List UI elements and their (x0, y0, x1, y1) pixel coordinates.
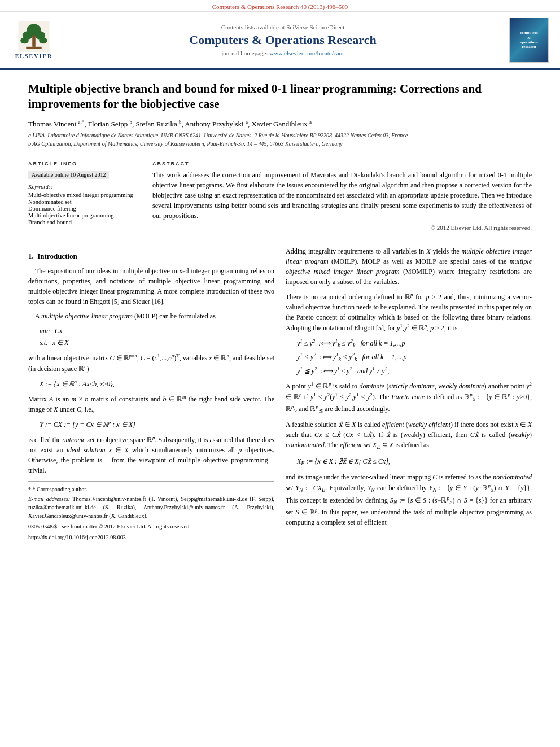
formula-relations: y1 ≤ y2 :⟺ y1k ≤ y2k for all k = 1,...,p… (297, 338, 532, 376)
affiliation-a: a LINA–Laboratoire d'Informatique de Nan… (28, 132, 532, 138)
keyword-2: Nondominated set (28, 199, 141, 205)
keyword-5: Branch and bound (28, 219, 141, 225)
keyword-1: Multi-objective mixed integer programmin… (28, 192, 141, 198)
journal-header: ELSEVIER Contents lists available at Sci… (0, 12, 560, 70)
keywords-list: Multi-objective mixed integer programmin… (28, 192, 141, 225)
journal-thumbnail: computers&operationsresearch (509, 18, 549, 63)
keywords-label: Keywords: (28, 184, 141, 190)
right-para-4: A feasible solution x̂ ∈ X is called eff… (286, 420, 532, 451)
left-para-4: Matrix A is an m × n matrix of constrain… (28, 394, 274, 414)
info-abstract-section: ARTICLE INFO Available online 10 August … (28, 161, 532, 231)
right-para-2: There is no canonical ordering defined i… (286, 291, 532, 333)
elsevier-brand-text: ELSEVIER (15, 53, 53, 59)
formula-X-line: X := {x ∈ ℝn : Ax≤b, x≥0}, (40, 378, 274, 389)
copyright-line: © 2012 Elsevier Ltd. All rights reserved… (152, 224, 532, 231)
abstract-text: This work addresses the correction and i… (152, 170, 532, 221)
svg-rect-7 (26, 47, 42, 49)
left-para-2: A multiple objective linear program (MOL… (28, 311, 274, 321)
formula-min: min Cx s.t. x ∈ X (40, 326, 274, 348)
elsevier-logo: ELSEVIER (11, 21, 56, 59)
formula-Y-def: Y := CX := {y = Cx ∈ ℝp : x ∈ X} (40, 419, 274, 430)
formula-rel-3: y1 ≦ y2 :⟺ y1 ≤ y2 and y1 ≠ y2, (297, 365, 532, 376)
sciverse-line: Contents lists available at SciVerse Sci… (56, 24, 509, 30)
formula-st-line: s.t. x ∈ X (40, 338, 274, 348)
formula-rel-2: y1 < y2 :⟺ y1k < y2k for all k = 1,...,p (297, 351, 532, 363)
doi-line: http://dx.doi.org/10.1016/j.cor.2012.08.… (28, 533, 274, 541)
right-para-3: A point y1 ∈ ℝp is said to dominate (str… (286, 381, 532, 416)
svg-rect-6 (32, 36, 36, 47)
elsevier-tree-icon (17, 21, 51, 52)
svg-point-4 (20, 37, 29, 43)
formula-Y-line: Y := CX := {y = Cx ∈ ℝp : x ∈ X} (40, 419, 274, 430)
article-info-label: ARTICLE INFO (28, 161, 141, 167)
main-content: Multiple objective branch and bound for … (0, 70, 560, 553)
svg-point-5 (39, 37, 47, 43)
authors-text: Thomas Vincent a,*, Florian Seipp b, Ste… (28, 120, 312, 128)
keyword-3: Dominance filtering (28, 206, 141, 212)
homepage-link[interactable]: www.elsevier.com/locate/caor (269, 50, 344, 56)
left-para-5: is called the outcome set in objective s… (28, 434, 274, 475)
section-title: Introduction (37, 252, 77, 260)
affiliation-b: b AG Optimization, Department of Mathema… (28, 141, 532, 147)
formula-rel-1: y1 ≤ y2 :⟺ y1k ≤ y2k for all k = 1,...,p (297, 338, 532, 350)
sciverse-text: Contents lists available at SciVerse Sci… (221, 24, 344, 30)
homepage-label: journal homepage: (221, 50, 268, 56)
journal-title-section: Contents lists available at SciVerse Sci… (56, 24, 509, 56)
left-para-3: with a linear objective matrix C ∈ ℝp×n,… (28, 352, 274, 374)
right-para-5: and its image under the vector-valued li… (286, 472, 532, 527)
footnote-corresponding-text: * Corresponding author. (33, 486, 88, 492)
divider-2 (28, 239, 532, 239)
footnote-corresponding: * * Corresponding author. (28, 485, 274, 493)
available-date: Available online 10 August 2012 (28, 171, 109, 179)
section-number: 1. (28, 252, 34, 260)
body-two-col: 1. Introduction The exposition of our id… (28, 246, 532, 542)
footnotes: * * Corresponding author. E-mail address… (28, 481, 274, 541)
divider-1 (28, 154, 532, 154)
left-para-1: The exposition of our ideas in multiple … (28, 266, 274, 307)
journal-ref-text: Computers & Operations Research 40 (2013… (212, 3, 348, 10)
formula-X-def: X := {x ∈ ℝn : Ax≤b, x≥0}, (40, 378, 274, 389)
section-1-heading: 1. Introduction (28, 251, 274, 262)
paper-title: Multiple objective branch and bound for … (28, 81, 532, 112)
journal-homepage: journal homepage: www.elsevier.com/locat… (56, 50, 509, 56)
formula-min-line: min Cx (40, 326, 274, 336)
body-left-col: 1. Introduction The exposition of our id… (28, 246, 274, 542)
journal-reference-bar: Computers & Operations Research 40 (2013… (0, 0, 560, 12)
right-para-1: Adding integrality requirements to all v… (286, 246, 532, 287)
issn-line: 0305-0548/$ - see front matter © 2012 El… (28, 522, 274, 531)
authors-line: Thomas Vincent a,*, Florian Seipp b, Ste… (28, 119, 532, 129)
abstract-col: ABSTRACT This work addresses the correct… (152, 161, 532, 231)
abstract-label: ABSTRACT (152, 161, 532, 167)
keywords-label-text: Keywords: (28, 184, 53, 190)
email-label: E-mail addresses: (28, 496, 70, 502)
keyword-4: Multi-objective linear programming (28, 212, 141, 219)
footnote-emails: E-mail addresses: Thomas.Vincent@univ-na… (28, 495, 274, 520)
journal-main-title: Computers & Operations Research (56, 33, 509, 47)
article-info-col: ARTICLE INFO Available online 10 August … (28, 161, 141, 231)
formula-XE-line: XE := {x ∈ X : ∄x̃ ∈ X; Cx̃ ≤ Cx}, (297, 456, 532, 468)
body-right-col: Adding integrality requirements to all v… (286, 246, 532, 542)
formula-XE-def: XE := {x ∈ X : ∄x̃ ∈ X; Cx̃ ≤ Cx}, (297, 456, 532, 468)
